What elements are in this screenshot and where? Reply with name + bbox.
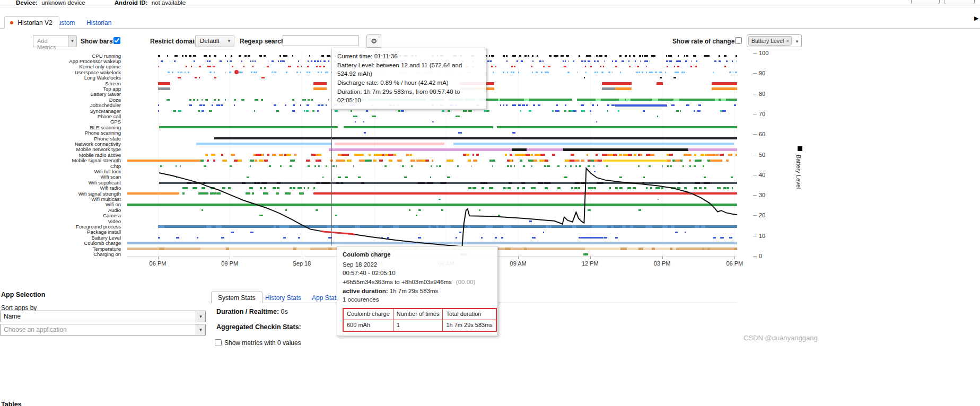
timeline-segment xyxy=(186,66,187,67)
timeline-row-gps[interactable] xyxy=(127,119,737,125)
y-tick xyxy=(753,114,757,114)
cut-button-1[interactable] xyxy=(911,0,940,4)
timeline-segment xyxy=(227,60,229,62)
timeline-segment xyxy=(481,237,483,239)
timeline-segment xyxy=(196,143,331,145)
timeline-segment xyxy=(611,104,614,106)
timeline-segment xyxy=(721,99,727,101)
timeline-segment xyxy=(712,87,737,90)
tab-history-stats[interactable]: History Stats xyxy=(265,294,301,302)
timeline-segment xyxy=(306,110,309,112)
timeline-segment xyxy=(285,192,290,195)
timeline-segment xyxy=(197,99,198,101)
timeline-row-wifi-scan[interactable] xyxy=(127,174,737,180)
timeline-segment xyxy=(418,209,421,211)
timeline-segment xyxy=(564,66,566,67)
timeline-segment xyxy=(447,176,450,178)
restrict-domain-select[interactable]: Default ▼ xyxy=(195,35,234,47)
timeline-segment xyxy=(457,165,459,167)
timeline-segment xyxy=(213,160,216,162)
timeline-segment xyxy=(594,60,596,62)
timeline-row-coulomb-charge[interactable] xyxy=(127,241,737,246)
timeline-row-mobile-network-type[interactable] xyxy=(127,147,737,152)
timeline-segment xyxy=(655,72,658,73)
add-metrics-combobox[interactable]: Add Metrics xyxy=(33,35,68,47)
timeline-row-camera[interactable] xyxy=(127,213,737,218)
timeline-segment xyxy=(619,99,625,101)
sort-apps-select[interactable]: Name ▼ xyxy=(0,311,206,322)
timeline-segment xyxy=(198,110,200,112)
timeline-row-chtp[interactable] xyxy=(127,163,737,169)
timeline-row-wifi-multicast[interactable] xyxy=(127,197,737,202)
regexp-search-input[interactable] xyxy=(283,35,358,46)
timeline-row-phone-state[interactable] xyxy=(127,136,737,141)
device-info-bar: Device: unknown device Android ID: not a… xyxy=(16,0,188,6)
timeline-segment xyxy=(327,55,330,57)
timeline-segment xyxy=(252,192,254,195)
metrics-filter-select[interactable]: Battery Level× ▼ xyxy=(747,34,802,47)
add-metrics-dropdown-icon[interactable]: ▼ xyxy=(68,35,77,47)
timeline-row-mobile-signal-strength[interactable] xyxy=(127,158,737,163)
remove-tag-icon[interactable]: × xyxy=(786,38,789,44)
timeline-row-audio[interactable] xyxy=(127,207,737,213)
timeline-segment xyxy=(182,192,185,195)
timeline-segment xyxy=(635,66,635,67)
timeline-segment xyxy=(482,187,484,189)
timeline-row-video[interactable] xyxy=(127,218,737,224)
timeline-segment xyxy=(158,104,160,106)
timeline-segment xyxy=(637,66,639,67)
timeline-segment xyxy=(261,182,267,184)
timeline-row-wifi-signal-strength[interactable] xyxy=(127,191,737,196)
timeline-segment xyxy=(326,104,327,106)
show-zero-values-checkbox[interactable] xyxy=(215,339,222,346)
x-tick xyxy=(734,257,735,259)
timeline-segment xyxy=(581,160,584,162)
tab-historian[interactable]: Historian xyxy=(86,19,111,27)
row-label-wifi-scan: Wifi scan xyxy=(100,174,121,180)
timeline-row-battery-level[interactable] xyxy=(127,235,737,240)
timeline-segment xyxy=(244,55,247,57)
timeline-row-phone-call[interactable] xyxy=(127,113,737,119)
y-tick xyxy=(753,73,757,74)
x-tick-label: 09 PM xyxy=(221,260,238,267)
timeline-segment xyxy=(359,160,365,162)
timeline-segment xyxy=(506,60,507,62)
timeline-segment xyxy=(409,209,410,211)
settings-button[interactable]: ⚙ xyxy=(366,34,381,48)
timeline-segment xyxy=(603,160,667,162)
timeline-row-phone-scanning[interactable] xyxy=(127,130,737,136)
timeline-segment xyxy=(690,66,692,67)
timeline-segment xyxy=(314,60,316,62)
choose-application-select[interactable]: Choose an application ▼ xyxy=(0,324,206,336)
timeline-segment xyxy=(536,72,538,73)
timeline-segment xyxy=(268,60,268,62)
show-rate-of-change-checkbox[interactable] xyxy=(735,37,742,44)
metrics-dropdown-icon[interactable]: ▼ xyxy=(795,39,799,44)
expand-arrow-icon[interactable]: ▶ xyxy=(974,15,978,22)
timeline-row-package-install[interactable] xyxy=(127,230,737,235)
timeline-segment xyxy=(646,187,648,189)
timeline-row-wifi-on[interactable] xyxy=(127,202,737,207)
timeline-row-wifi-radio[interactable] xyxy=(127,186,737,191)
tab-historian-v2[interactable]: Historian V2 xyxy=(4,16,59,29)
timeline-segment xyxy=(211,187,214,189)
timeline-row-wifi-supplicant[interactable] xyxy=(127,180,737,185)
timeline-segment xyxy=(202,110,204,112)
timeline-segment xyxy=(323,60,326,62)
timeline-row-ble-scanning[interactable] xyxy=(127,125,737,130)
timeline-row-network-connectivity[interactable] xyxy=(127,141,737,146)
tab-system-stats[interactable]: System Stats xyxy=(211,292,262,303)
tab-app-stats[interactable]: App Stats xyxy=(312,294,339,302)
timeline-segment xyxy=(238,160,242,162)
timeline-row-mobile-radio-active[interactable] xyxy=(127,152,737,157)
cut-button-2[interactable] xyxy=(944,0,975,4)
timeline-segment xyxy=(723,187,727,189)
timeline-row-wifi-full-lock[interactable] xyxy=(127,169,737,174)
timeline-segment xyxy=(195,77,197,78)
battery-level-tag: Battery Level× xyxy=(748,36,792,46)
coulomb-rel-range-text: +6h55m34s363ms to +8h03m03s946ms xyxy=(343,279,452,285)
timeline-row-foreground-process[interactable] xyxy=(127,224,737,230)
timeline-segment xyxy=(646,72,647,73)
timeline-segment xyxy=(338,176,341,178)
show-bars-checkbox[interactable] xyxy=(113,37,120,44)
